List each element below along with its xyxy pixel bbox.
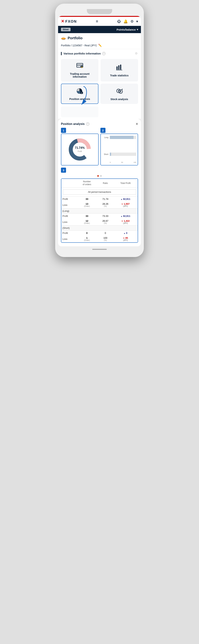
row-orders-profit-all: 33 <box>76 196 98 202</box>
short-label: Short: <box>102 153 109 155</box>
period-cell: All period transactions <box>61 188 138 196</box>
trading-account-icon: 🔒 <box>76 63 83 70</box>
table-row: Profit 0 0 0 <box>61 230 138 236</box>
svg-rect-5 <box>116 66 118 70</box>
row-type-loss-long: Loss <box>61 218 76 225</box>
modal-title: Position analysis <box>61 122 85 126</box>
portfolio-title: Portfolio <box>68 36 82 40</box>
short-bar-track <box>110 152 136 156</box>
breadcrumb: Portfolio / 1234567 - Real (JPY) ✏️ <box>58 42 141 49</box>
points-balance-label[interactable]: Points/balance ▾ <box>116 28 138 31</box>
donut-label: 71.74% Profit <box>75 146 85 153</box>
row-loss-long: 1,422 (JPY) <box>113 218 138 225</box>
pagination-dots <box>61 175 138 177</box>
donut-sub: Profit <box>78 150 82 152</box>
trading-account-label: Trading account information <box>63 72 96 78</box>
svg-text:🔒: 🔒 <box>81 66 83 68</box>
dot-2[interactable] <box>100 175 102 177</box>
cards-extra-row <box>58 106 141 119</box>
edit-icon[interactable]: ✏️ <box>98 44 102 47</box>
stats-table: Numberof orders Ratio Total Profit <box>61 179 138 242</box>
card-trading-account[interactable]: 🔒 Trading account information <box>61 59 98 82</box>
group-header-short: (Short) <box>61 226 138 230</box>
power-icon[interactable]: ⏻ <box>117 19 121 24</box>
donut-container: 71.74% Profit <box>61 134 98 165</box>
trade-stats-icon <box>116 64 123 72</box>
logo: ✕ FXON <box>61 19 77 24</box>
close-button[interactable]: × <box>136 122 138 126</box>
table-row: Profit 33 73.33 82,911 <box>61 214 138 218</box>
col-header-orders: Numberof orders <box>76 179 98 187</box>
row-orders-profit-long: 33 <box>76 214 98 218</box>
row-type-profit-short: Profit <box>61 230 76 236</box>
long-bar-track <box>110 136 136 139</box>
table-section: 3 Numberof orders Ratio Tot <box>58 168 141 246</box>
modal-panel: Position analysis ? × 1 2 <box>58 119 141 246</box>
stock-analysis-label: Stock analysis <box>110 98 128 101</box>
portfolio-pie-icon: 🥧 <box>61 36 66 40</box>
info-icon[interactable]: ? <box>102 52 106 55</box>
table-row: Loss 12 (Order) 26.67 (%) <box>61 218 138 225</box>
row-type-loss-short: Loss <box>61 236 76 242</box>
col-header-ratio: Ratio <box>98 179 113 187</box>
bar-chart-container: Long: Short: <box>101 134 138 165</box>
bell-icon[interactable]: 🔔 <box>124 19 128 24</box>
col-header-profit: Total Profit <box>113 179 138 187</box>
logo-text: FXON <box>65 19 77 24</box>
header-nav: ✕ FXON ≡ ⏻ 🔔 ⚙ ▾ <box>58 17 141 26</box>
long-label: Long: <box>102 136 109 138</box>
row-type-profit-all: Profit <box>61 196 76 202</box>
modal-title-row: Position analysis ? <box>61 122 89 126</box>
table-row: Profit 33 71.74 82,911 <box>61 196 138 202</box>
svg-text:$: $ <box>120 90 122 93</box>
row-orders-loss-all: 13 (Order) <box>76 202 98 208</box>
svg-rect-7 <box>120 64 121 70</box>
phone-home-bar <box>92 249 107 250</box>
row-type-loss-all: Loss <box>61 202 76 208</box>
box-1-label: 1 <box>61 128 66 133</box>
bar-row-long: Long: <box>102 136 136 139</box>
short-bar-fill <box>110 152 111 156</box>
points-bar: Silver Points/balance ▾ <box>58 26 141 33</box>
row-ratio-profit-long: 73.33 <box>98 214 113 218</box>
chart-section: 1 2 <box>58 128 141 133</box>
breadcrumb-text: Portfolio / 1234567 - Real (JPY) <box>61 44 97 47</box>
all-period-btn[interactable]: All period transactions <box>63 189 136 194</box>
row-profit-short: 0 <box>113 230 138 236</box>
donut-percentage: 71.74% <box>75 146 85 150</box>
modal-info-icon[interactable]: ? <box>86 122 89 126</box>
row-ratio-loss-long: 26.67 (%) <box>98 218 113 225</box>
row-ratio-loss-all: 28.26 (%) <box>98 202 113 208</box>
dot-1[interactable] <box>97 175 99 177</box>
card-trade-statistics[interactable]: Trade statistics <box>100 59 138 82</box>
box-3-label: 3 <box>61 168 66 173</box>
col-header-type <box>61 179 76 187</box>
row-loss-short: 85 (JPY) <box>113 236 138 242</box>
box-2-label: 2 <box>100 128 106 133</box>
row-profit-all: 82,911 <box>113 196 138 202</box>
card-stock-analysis[interactable]: € $ Stock analysis <box>100 84 138 104</box>
phone-notch <box>87 9 112 14</box>
chevron-down-icon: ▾ <box>137 28 138 31</box>
table-row: Loss 13 (Order) 28.26 (%) <box>61 202 138 208</box>
row-loss-all: 1,507 (JPY) <box>113 202 138 208</box>
user-chevron-icon[interactable]: ▾ <box>136 19 138 24</box>
svg-rect-6 <box>118 65 120 70</box>
section-header-left: Various portfolio information ? <box>61 52 106 55</box>
phone-screen: ✕ FXON ≡ ⏻ 🔔 ⚙ ▾ Silver Points/balance ▾… <box>58 16 141 246</box>
modal-header: Position analysis ? × <box>58 119 141 128</box>
donut-chart-box: 71.74% Profit <box>61 134 98 166</box>
table-row: Loss 1 (Order) 100 (%) 8 <box>61 236 138 242</box>
row-ratio-loss-short: 100 (%) <box>98 236 113 242</box>
row-orders-loss-short: 1 (Order) <box>76 236 98 242</box>
row-type-profit-long: Profit <box>61 214 76 218</box>
filter-icon[interactable]: ⛭ <box>135 52 138 56</box>
settings-icon[interactable]: ⚙ <box>130 19 134 24</box>
group-header-long: (Long) <box>61 208 138 214</box>
bar-row-short: Short: <box>102 152 136 156</box>
row-profit-long: 82,911 <box>113 214 138 218</box>
charts-row: 71.74% Profit Long: <box>58 134 141 166</box>
row-ratio-profit-short: 0 <box>98 230 113 236</box>
arrow-indicator <box>69 85 91 109</box>
hamburger-menu-icon[interactable]: ≡ <box>96 19 98 24</box>
